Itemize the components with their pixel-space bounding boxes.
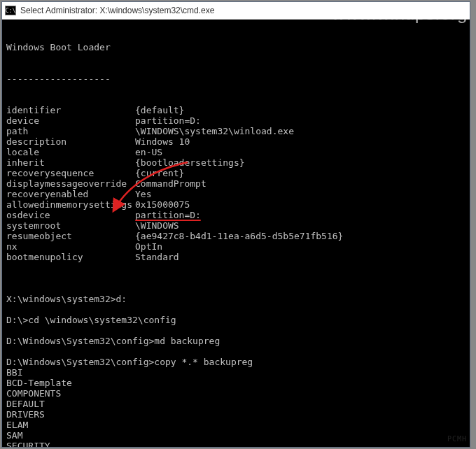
titlebar[interactable]: C:\ Select Administrator: X:\windows\sys… xyxy=(2,2,470,20)
bcd-value: en-US xyxy=(135,147,162,157)
cmd-icon: C:\ xyxy=(5,6,16,15)
bcd-value: {bootloadersettings} xyxy=(135,157,245,168)
terminal-line: D:\Windows\System32\config>md backupreg xyxy=(6,336,467,346)
bcd-entry: devicepartition=D: xyxy=(6,115,467,126)
bcd-entry: descriptionWindows 10 xyxy=(6,136,467,147)
bcd-value: {ae9427c8-b4d1-11ea-a6d5-d5b5e71fb516} xyxy=(135,231,343,241)
bcd-key: inherit xyxy=(6,157,135,168)
bcd-value: \WINDOWS\system32\winload.exe xyxy=(135,126,294,136)
terminal-line: BCD-Template xyxy=(6,378,467,388)
terminal-line xyxy=(6,304,467,315)
bcd-key: bootmenupolicy xyxy=(6,252,135,262)
bcd-value: Standard xyxy=(135,252,179,262)
bcd-value: CommandPrompt xyxy=(135,178,206,189)
terminal-line: SECURITY xyxy=(6,441,467,447)
bcd-key: systemroot xyxy=(6,220,135,231)
terminal-line: BBI xyxy=(6,367,467,378)
terminal-line xyxy=(6,325,467,336)
bcd-entry: bootmenupolicyStandard xyxy=(6,252,467,262)
bcd-entry: identifier{default} xyxy=(6,105,467,115)
bcd-value: partition=D: xyxy=(135,210,201,220)
boot-header-rule: ------------------- xyxy=(6,73,467,84)
window-title: Select Administrator: X:\windows\system3… xyxy=(20,6,214,15)
bcd-key: displaymessageoverride xyxy=(6,178,135,189)
bcd-value: \WINDOWS xyxy=(135,220,179,231)
bcd-entry: localeen-US xyxy=(6,147,467,157)
bcd-entry: resumeobject{ae9427c8-b4d1-11ea-a6d5-d5b… xyxy=(6,231,467,241)
bcd-entry: recoveryenabledYes xyxy=(6,189,467,199)
bcd-value: {default} xyxy=(135,105,184,115)
bcd-entry: allowedinmemorysettings0x15000075 xyxy=(6,199,467,210)
bcd-entry: recoverysequence{current} xyxy=(6,168,467,178)
terminal-line: ELAM xyxy=(6,420,467,430)
bcd-value: {current} xyxy=(135,168,184,178)
bcd-entry: nxOptIn xyxy=(6,241,467,252)
bcd-key: device xyxy=(6,115,135,126)
terminal-line xyxy=(6,283,467,294)
bcd-value: Windows 10 xyxy=(135,136,190,147)
boot-header: Windows Boot Loader xyxy=(6,42,467,52)
terminal-line: D:\>cd \windows\system32\config xyxy=(6,315,467,325)
cmd-window: C:\ Select Administrator: X:\windows\sys… xyxy=(1,1,470,448)
terminal-line xyxy=(6,346,467,357)
bcd-entry: osdevicepartition=D: xyxy=(6,210,467,220)
terminal-line: DEFAULT xyxy=(6,399,467,409)
bcd-value: partition=D: xyxy=(135,115,201,126)
bcd-entry: displaymessageoverrideCommandPrompt xyxy=(6,178,467,189)
terminal-line: D:\Windows\System32\config>copy *.* back… xyxy=(6,357,467,367)
bcd-key: description xyxy=(6,136,135,147)
bcd-entry: systemroot\WINDOWS xyxy=(6,220,467,231)
bcd-entry: path\WINDOWS\system32\winload.exe xyxy=(6,126,467,136)
terminal-output[interactable]: Windows Boot Loader ------------------- … xyxy=(2,20,470,447)
terminal-line: SAM xyxy=(6,430,467,441)
terminal-line: X:\windows\system32>d: xyxy=(6,294,467,304)
bcd-key: allowedinmemorysettings xyxy=(6,199,135,210)
terminal-line: COMPONENTS xyxy=(6,388,467,399)
bcd-key: recoverysequence xyxy=(6,168,135,178)
terminal-line: DRIVERS xyxy=(6,409,467,420)
bcd-key: osdevice xyxy=(6,210,135,220)
bcd-key: nx xyxy=(6,241,135,252)
bcd-key: locale xyxy=(6,147,135,157)
bcd-key: resumeobject xyxy=(6,231,135,241)
bcd-value: Yes xyxy=(135,189,151,199)
bcd-entry: inherit{bootloadersettings} xyxy=(6,157,467,168)
bcd-value: 0x15000075 xyxy=(135,199,190,210)
bcd-key: identifier xyxy=(6,105,135,115)
bcd-value: OptIn xyxy=(135,241,162,252)
bcd-key: path xyxy=(6,126,135,136)
bcd-key: recoveryenabled xyxy=(6,189,135,199)
